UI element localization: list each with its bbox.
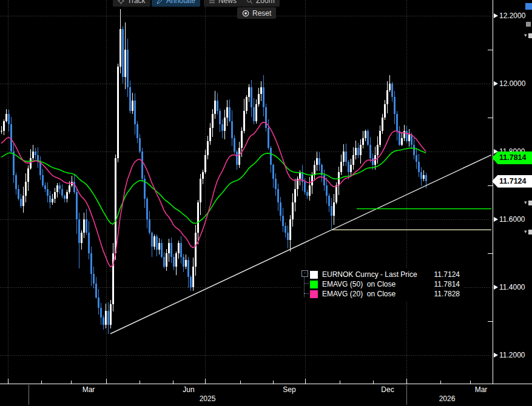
candle-body: [83, 219, 85, 233]
candle-body: [59, 185, 61, 189]
candle-body: [161, 243, 163, 256]
legend-swatch: [310, 271, 318, 279]
reset-icon: [242, 10, 249, 17]
edge-marker-square: [528, 230, 532, 235]
legend-value: 11.7124: [434, 270, 463, 279]
last-price-tag: 11.7124: [492, 175, 532, 188]
candle-body: [406, 131, 408, 141]
candle-body: [214, 101, 216, 114]
candle-body: [372, 158, 374, 165]
candle-body: [98, 298, 99, 308]
candle-body: [207, 141, 209, 155]
candle-body: [396, 114, 398, 131]
price-axis-label: 12.2000: [493, 11, 525, 21]
candle-body: [255, 104, 257, 121]
candle-body: [418, 162, 420, 172]
candle-body: [399, 131, 400, 144]
candle-body: [318, 158, 320, 165]
candle-body: [275, 179, 277, 189]
candle-body: [391, 84, 393, 97]
trendline-annotation[interactable]: [110, 155, 491, 334]
legend-collapse-icon[interactable]: -: [301, 270, 308, 277]
legend-row[interactable]: EMAVG (20) on Close11.7828: [301, 289, 463, 299]
candle-body: [229, 107, 231, 121]
candle-body: [107, 311, 109, 324]
candle-body: [141, 151, 143, 179]
candle-body: [69, 185, 70, 192]
candle-body: [420, 172, 422, 179]
toolbar-button-annotate[interactable]: Annotate: [152, 0, 200, 7]
candle-body: [258, 94, 260, 104]
candle-body: [180, 243, 182, 256]
candle-body: [202, 172, 204, 179]
candle-body: [35, 151, 36, 155]
edge-marker-handle[interactable]: ▾: [524, 200, 532, 205]
candle-body: [18, 189, 19, 199]
toolbar-track-label: Track: [127, 0, 146, 5]
edge-marker-handle[interactable]: ▾: [524, 229, 532, 235]
edge-marker-handle[interactable]: ▾: [524, 33, 532, 38]
candle-body: [221, 124, 223, 131]
legend-tree-line: [304, 283, 309, 284]
reset-button[interactable]: Reset: [237, 7, 276, 19]
candle-body: [120, 29, 121, 67]
toolbar-zoom-label: Zoom: [256, 0, 275, 5]
legend-label: EURNOK Curncy - Last Price: [322, 270, 434, 279]
candle-body: [323, 175, 325, 185]
candle-body: [195, 233, 197, 267]
candle-body: [294, 189, 296, 202]
candle-body: [238, 148, 240, 165]
candle-body: [25, 182, 27, 195]
candle-body: [185, 260, 187, 267]
edge-marker-square: [528, 201, 532, 205]
candle-body: [401, 138, 403, 145]
candle-body: [192, 267, 194, 287]
candle-body: [352, 155, 354, 165]
candle-body: [212, 114, 214, 127]
candle-body: [248, 87, 250, 98]
candle-body: [306, 192, 308, 196]
price-axis-label: 11.2000: [493, 350, 525, 360]
candle-body: [30, 158, 32, 168]
candle-body: [124, 50, 126, 77]
toolbar-button-track[interactable]: Track: [113, 0, 150, 7]
candle-body: [234, 138, 235, 151]
candle-body: [253, 107, 255, 121]
candle-body: [355, 148, 357, 155]
price-axis-label: 11.6000: [493, 215, 525, 224]
legend-row[interactable]: EURNOK Curncy - Last Price11.7124: [301, 270, 463, 279]
candle-body: [309, 185, 311, 196]
candle-body: [115, 158, 116, 253]
edge-marker-square: [528, 33, 532, 38]
candle-body: [54, 192, 56, 199]
candle-body: [251, 87, 252, 108]
legend-swatch: [310, 281, 318, 288]
candle-body: [32, 151, 34, 158]
candle-body: [209, 128, 211, 141]
candle-body: [243, 111, 245, 131]
candle-body: [170, 243, 172, 256]
candle-body: [103, 318, 104, 324]
candle-body: [350, 165, 352, 171]
toolbar-button-zoom[interactable]: Zoom: [241, 0, 280, 7]
toolbar-annotate-label: Annotate: [166, 0, 195, 5]
chart-canvas[interactable]: [0, 0, 493, 384]
toolbar-button-news[interactable]: News: [204, 0, 241, 7]
candle-body: [289, 219, 291, 240]
candle-body: [146, 199, 148, 219]
candle-body: [52, 199, 53, 202]
candle-body: [263, 87, 264, 108]
candle-body: [326, 185, 328, 196]
candle-body: [190, 277, 192, 287]
price-axis-label: 12.0000: [493, 79, 525, 88]
candle-body: [403, 131, 405, 138]
edge-blue-square-control[interactable]: [525, 3, 532, 10]
candle-body: [236, 151, 238, 165]
candle-body: [413, 145, 415, 155]
candle-body: [425, 175, 427, 181]
candle-body: [158, 243, 160, 250]
legend-row[interactable]: EMAVG (50) on Close11.7814: [301, 279, 463, 289]
candle-body: [13, 151, 15, 175]
candle-body: [139, 138, 141, 151]
edge-gray-square-control[interactable]: [526, 22, 531, 27]
